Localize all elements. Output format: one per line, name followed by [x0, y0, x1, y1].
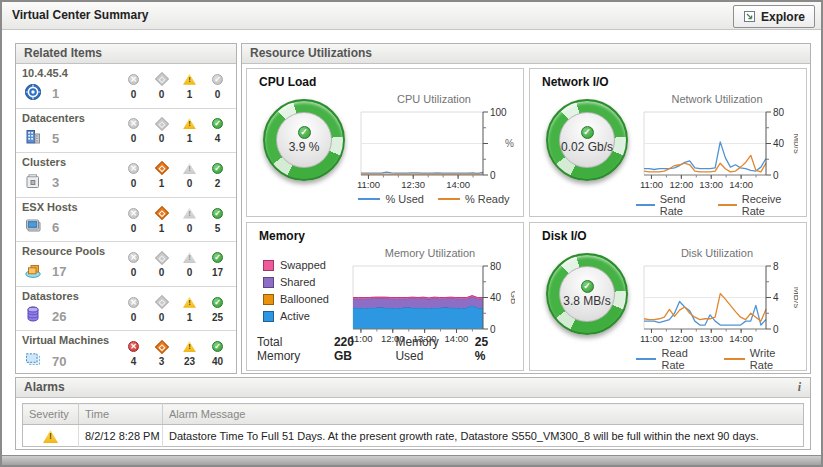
- normal-status[interactable]: ✓0: [205, 73, 230, 100]
- vcenter-icon: [24, 83, 42, 105]
- critical-status[interactable]: 3: [149, 340, 174, 367]
- critical-status[interactable]: 1: [149, 207, 174, 234]
- window-bottom-edge: [2, 455, 821, 465]
- warning-status[interactable]: !1: [177, 73, 202, 100]
- related-item-count: 3: [52, 175, 59, 190]
- info-icon[interactable]: i: [798, 378, 801, 397]
- critical-status-icon: [154, 72, 168, 86]
- warning-status-count: 0: [187, 223, 193, 234]
- svg-text:14:00: 14:00: [729, 333, 753, 344]
- related-items-panel: Related Items 10.4.45.41✕00!1✓0Datacente…: [15, 43, 237, 374]
- fatal-status-icon: ✕: [128, 118, 139, 129]
- related-item-row[interactable]: ESX Hosts6✕01!0✓5: [16, 197, 236, 242]
- critical-status[interactable]: 0: [149, 251, 174, 278]
- fatal-status[interactable]: ✕4: [121, 340, 146, 367]
- warning-status[interactable]: !0: [177, 162, 202, 189]
- disk-io-value: 3.8 MB/s: [563, 294, 610, 308]
- related-item-row[interactable]: Resource Pools17✕00!0✓17: [16, 241, 236, 286]
- legend-label: Send Rate: [660, 193, 704, 217]
- fatal-status[interactable]: ✕0: [121, 117, 146, 144]
- alarm-severity-cell: !: [23, 425, 79, 447]
- memory-used-label: Memory Used: [395, 335, 466, 363]
- virtual-center-summary-window: Virtual Center Summary Explore Related I…: [0, 0, 823, 467]
- total-memory-value: 220 GB: [334, 335, 374, 363]
- legend-line-swatch: [636, 358, 656, 360]
- normal-status-icon: ✓: [581, 280, 594, 293]
- warning-status[interactable]: !0: [177, 207, 202, 234]
- column-header-alarm-message[interactable]: Alarm Message: [163, 404, 804, 425]
- warning-status-icon: !: [43, 430, 58, 443]
- normal-status-count: 5: [215, 223, 221, 234]
- warning-status[interactable]: !23: [177, 340, 202, 367]
- related-item-row[interactable]: 10.4.45.41✕00!1✓0: [16, 64, 236, 108]
- normal-status[interactable]: ✓25: [205, 296, 230, 323]
- legend-label: Write Rate: [750, 347, 798, 371]
- critical-status-icon: [154, 295, 168, 309]
- fatal-status[interactable]: ✕0: [121, 296, 146, 323]
- related-item-row[interactable]: Datastores26✕00!1✓25: [16, 286, 236, 331]
- critical-status-count: 1: [159, 178, 165, 189]
- normal-status-icon: ✓: [212, 118, 223, 129]
- memory-legend-item: Shared: [263, 276, 345, 288]
- related-item-row[interactable]: Datacenters5✕00!1✓4: [16, 108, 236, 153]
- column-header-severity[interactable]: Severity: [23, 404, 79, 425]
- fatal-status[interactable]: ✕0: [121, 251, 146, 278]
- critical-status-count: 3: [159, 356, 165, 367]
- normal-status[interactable]: ✓4: [205, 117, 230, 144]
- cpu-utilization-chart: 11:0012:3014:000100%: [353, 107, 515, 191]
- legend-label: % Used: [385, 193, 424, 205]
- normal-status[interactable]: ✓17: [205, 251, 230, 278]
- related-item-row[interactable]: Clusters3✕01!0✓2: [16, 152, 236, 197]
- page-title: Virtual Center Summary: [12, 8, 149, 22]
- alarm-message: Datastore Time To Full 51 Days. At the p…: [163, 425, 804, 447]
- alarms-table-header-row: Severity Time Alarm Message: [23, 404, 804, 425]
- fatal-status-icon: ✕: [128, 74, 139, 85]
- critical-status[interactable]: 1: [149, 162, 174, 189]
- normal-status[interactable]: ✓40: [205, 340, 230, 367]
- critical-status-icon: [154, 161, 168, 175]
- fatal-status-icon: ✕: [128, 208, 139, 219]
- warning-status[interactable]: !1: [177, 117, 202, 144]
- fatal-status-count: 0: [131, 223, 137, 234]
- disk-io-box: Disk I/O ✓ 3.8 MB/s Disk Utilization 11:…: [529, 222, 807, 371]
- critical-status[interactable]: 0: [149, 296, 174, 323]
- chart-legend-item: Read Rate: [636, 347, 710, 371]
- critical-status[interactable]: 0: [149, 117, 174, 144]
- svg-text:MB/s: MB/s: [792, 287, 798, 309]
- warning-status-icon: !: [183, 118, 196, 129]
- column-header-time[interactable]: Time: [79, 404, 163, 425]
- explore-button[interactable]: Explore: [733, 5, 815, 28]
- related-item-name: ESX Hosts: [22, 201, 118, 213]
- memory-title: Memory: [259, 229, 515, 243]
- chart-legend-item: % Used: [358, 193, 424, 205]
- normal-status[interactable]: ✓2: [205, 162, 230, 189]
- fatal-status[interactable]: ✕0: [121, 207, 146, 234]
- fatal-status-count: 0: [131, 133, 137, 144]
- fatal-status[interactable]: ✕0: [121, 162, 146, 189]
- warning-status-icon: !: [183, 74, 196, 85]
- critical-status-count: 1: [159, 223, 165, 234]
- normal-status-count: 0: [215, 89, 221, 100]
- svg-text:80: 80: [490, 261, 502, 272]
- cpu-load-value: 3.9 %: [289, 140, 320, 154]
- warning-status[interactable]: !1: [177, 296, 202, 323]
- fatal-status-count: 0: [131, 89, 137, 100]
- normal-status-icon: ✓: [298, 126, 311, 139]
- critical-status[interactable]: 0: [149, 73, 174, 100]
- alarm-row[interactable]: !8/2/12 8:28 PMDatastore Time To Full 51…: [23, 425, 804, 447]
- cpu-chart-title: CPU Utilization: [397, 93, 471, 107]
- svg-text:4: 4: [773, 292, 779, 303]
- related-item-row[interactable]: Virtual Machines70✕43!23✓40: [16, 330, 236, 375]
- legend-label: Active: [280, 310, 310, 322]
- fatal-status[interactable]: ✕0: [121, 73, 146, 100]
- warning-status-icon: !: [183, 252, 196, 263]
- svg-text:GB: GB: [509, 291, 515, 305]
- legend-line-swatch: [724, 358, 744, 360]
- chart-legend-item: Write Rate: [724, 347, 798, 371]
- legend-label: % Ready: [465, 193, 510, 205]
- legend-label: Ballooned: [280, 293, 329, 305]
- normal-status[interactable]: ✓5: [205, 207, 230, 234]
- alarms-panel: Alarms i Severity Time Alarm Message !8/…: [15, 377, 811, 450]
- memory-legend-item: Ballooned: [263, 293, 345, 305]
- warning-status[interactable]: !0: [177, 251, 202, 278]
